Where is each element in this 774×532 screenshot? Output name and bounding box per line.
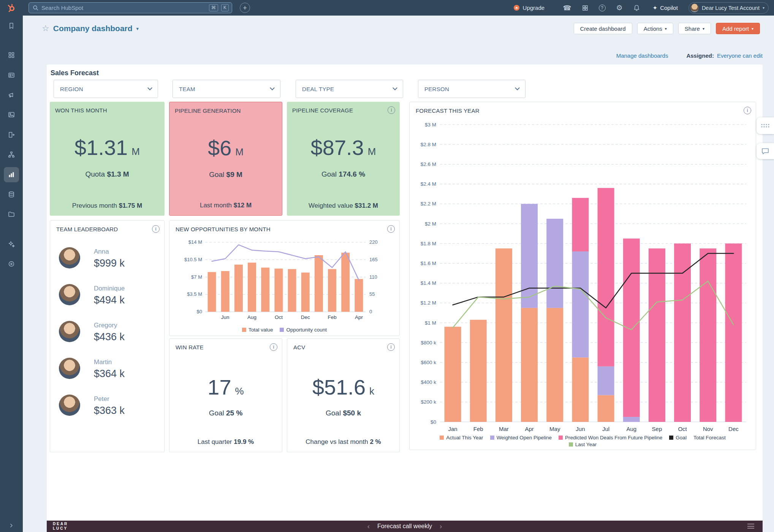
sidebar-item-ai[interactable] bbox=[4, 237, 19, 252]
search-bar[interactable]: ⌘ K bbox=[28, 2, 232, 13]
svg-text:$0: $0 bbox=[431, 419, 436, 425]
legend-item[interactable]: Predicted Won Deals From Future Pipeline bbox=[559, 435, 662, 440]
legend-item[interactable]: Last Year bbox=[569, 442, 597, 447]
hubspot-logo[interactable] bbox=[0, 3, 23, 13]
svg-text:0: 0 bbox=[369, 309, 372, 314]
legend-item[interactable]: Weighted Open Pipeline bbox=[490, 435, 552, 440]
opps-legend: Total valueOpportunity count bbox=[169, 327, 399, 333]
favorite-star-icon[interactable]: ☆ bbox=[42, 24, 49, 33]
info-icon[interactable]: i bbox=[388, 106, 395, 114]
marketplace-grid-icon[interactable] bbox=[582, 5, 588, 11]
upgrade-button[interactable]: Upgrade bbox=[513, 5, 545, 11]
sidebar-expand-button[interactable] bbox=[4, 518, 19, 532]
page-title[interactable]: Company dashboard bbox=[53, 24, 133, 33]
prev-arrow[interactable]: ‹ bbox=[367, 522, 370, 530]
panel-head: WIN RATE i bbox=[176, 343, 277, 351]
leaderboard-row[interactable]: Anna$999 k bbox=[59, 247, 125, 269]
leaderboard-row[interactable]: Dominique$494 k bbox=[59, 284, 125, 306]
svg-text:$1 M: $1 M bbox=[425, 320, 436, 326]
leaderboard-row[interactable]: Peter$363 k bbox=[59, 395, 125, 417]
contact-card-icon bbox=[8, 71, 15, 79]
legend-swatch bbox=[242, 328, 246, 332]
svg-text:$2.4 M: $2.4 M bbox=[421, 181, 436, 187]
sidebar bbox=[0, 16, 23, 532]
sidebar-item-commerce[interactable] bbox=[4, 127, 19, 142]
info-icon[interactable]: i bbox=[270, 343, 277, 351]
dashboard-meta-row: Manage dashboards Assigned: Everyone can… bbox=[616, 52, 763, 59]
chevron-down-icon: ▾ bbox=[763, 6, 765, 10]
search-input[interactable] bbox=[41, 5, 206, 11]
settings-gear-icon[interactable]: ⚙ bbox=[616, 3, 623, 12]
filter-person[interactable]: PERSON bbox=[418, 80, 525, 98]
sidebar-item-marketing[interactable] bbox=[4, 87, 19, 103]
actions-label: Actions bbox=[644, 25, 662, 32]
chevron-down-icon bbox=[147, 85, 152, 90]
svg-text:Apr: Apr bbox=[525, 426, 533, 432]
sidebar-item-crm[interactable] bbox=[4, 68, 19, 83]
legend-item[interactable]: Total value bbox=[242, 327, 273, 333]
account-avatar bbox=[690, 4, 699, 12]
chat-tab[interactable] bbox=[757, 143, 774, 159]
legend-item[interactable]: Opportunity count bbox=[280, 327, 327, 333]
chat-bubble-icon bbox=[761, 147, 769, 155]
svg-text:$14 M: $14 M bbox=[188, 239, 202, 245]
sparkles-icon bbox=[8, 240, 15, 248]
kpi-footer: Change vs last month 2 % bbox=[287, 438, 399, 446]
info-icon[interactable]: i bbox=[387, 225, 395, 233]
notifications-bell-icon[interactable] bbox=[633, 5, 640, 11]
search-icon bbox=[33, 5, 38, 11]
legend-swatch bbox=[280, 328, 284, 332]
filter-deal-type[interactable]: DEAL TYPE bbox=[296, 80, 403, 98]
sidebar-item-library[interactable] bbox=[4, 207, 19, 222]
topbar-right: Upgrade ☎ ? ⚙ ✦ Copilot Dear Lucy Test A… bbox=[513, 0, 774, 16]
sidebar-item-reporting[interactable] bbox=[4, 167, 19, 182]
sidebar-item-automation[interactable] bbox=[4, 147, 19, 162]
sidebar-item-bookmarks[interactable] bbox=[4, 18, 19, 33]
drag-handle-tab[interactable] bbox=[757, 117, 774, 134]
info-icon[interactable]: i bbox=[744, 107, 751, 114]
svg-text:$2.6 M: $2.6 M bbox=[421, 161, 436, 167]
info-icon[interactable]: i bbox=[387, 343, 395, 351]
manage-dashboards-link[interactable]: Manage dashboards bbox=[616, 52, 668, 59]
svg-text:165: 165 bbox=[369, 257, 378, 262]
expand-chevron-icon bbox=[8, 522, 15, 529]
account-menu[interactable]: Dear Lucy Test Account ▾ bbox=[689, 2, 769, 14]
leaderboard-row[interactable]: Martin$364 k bbox=[59, 358, 125, 380]
bottom-nav-label[interactable]: Forecast call weekly bbox=[377, 523, 432, 530]
acv-title: ACV bbox=[293, 344, 305, 350]
add-report-button[interactable]: Add report▾ bbox=[716, 23, 760, 34]
svg-text:$1.8 M: $1.8 M bbox=[421, 241, 436, 246]
svg-text:Dec: Dec bbox=[728, 426, 739, 432]
database-icon bbox=[8, 191, 15, 198]
sidebar-item-content[interactable] bbox=[4, 107, 19, 122]
phone-icon[interactable]: ☎ bbox=[563, 4, 571, 12]
copilot-button[interactable]: ✦ Copilot bbox=[653, 5, 678, 11]
quick-add-button[interactable]: + bbox=[240, 3, 250, 13]
acv-panel: ACV i $51.6k Goal $50 k Change vs last m… bbox=[287, 338, 400, 452]
help-icon[interactable]: ? bbox=[599, 5, 606, 11]
assigned-value-link[interactable]: Everyone can edit bbox=[717, 52, 763, 59]
next-arrow[interactable]: › bbox=[440, 522, 442, 530]
menu-icon[interactable] bbox=[747, 524, 754, 529]
svg-text:Jan: Jan bbox=[448, 426, 457, 432]
create-dashboard-button[interactable]: Create dashboard bbox=[574, 23, 632, 34]
legend-item[interactable]: Goal bbox=[669, 435, 687, 440]
filter-team[interactable]: TEAM bbox=[173, 80, 280, 98]
kpi-footer: Previous month $1.75 M bbox=[50, 202, 165, 210]
filter-region[interactable]: REGION bbox=[54, 80, 158, 98]
sidebar-item-apps[interactable] bbox=[4, 256, 19, 272]
leaderboard-row[interactable]: Gregory$436 k bbox=[59, 321, 125, 343]
share-button[interactable]: Share▾ bbox=[678, 23, 711, 34]
sidebar-item-workspace[interactable] bbox=[4, 47, 19, 63]
info-icon[interactable]: i bbox=[152, 225, 160, 233]
forecast-legend-row1: Actual This YearWeighted Open PipelinePr… bbox=[440, 435, 725, 440]
brand-line2: LUCY bbox=[53, 526, 68, 531]
title-chevron-down-icon[interactable]: ▾ bbox=[136, 26, 139, 32]
legend-item[interactable]: Actual This Year bbox=[440, 435, 483, 440]
leaderboard-title: TEAM LEADERBOARD bbox=[56, 226, 118, 232]
sidebar-item-data[interactable] bbox=[4, 187, 19, 202]
grid-icon bbox=[8, 51, 15, 59]
legend-item[interactable]: Total Forecast bbox=[693, 435, 726, 440]
legend-label: Goal bbox=[676, 435, 687, 440]
actions-button[interactable]: Actions▾ bbox=[637, 23, 673, 34]
